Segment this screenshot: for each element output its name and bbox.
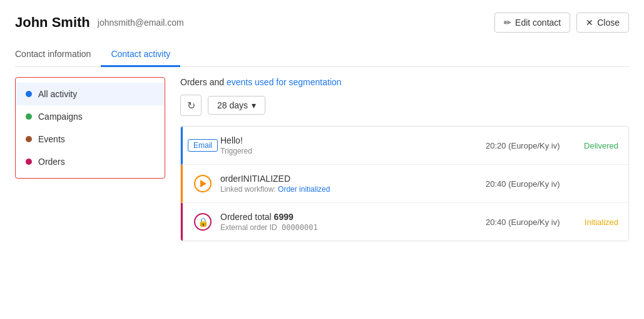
dot-brown: [26, 136, 32, 142]
activity-subtitle: Triggered: [220, 147, 478, 155]
lock-icon-wrapper: 🔒: [193, 212, 213, 232]
segmentation-link[interactable]: events used for segmentation: [227, 77, 342, 87]
email-tag: Email: [188, 139, 218, 152]
edit-contact-button[interactable]: ✏ Edit contact: [494, 13, 570, 33]
activity-status: Delivered: [568, 141, 618, 150]
close-button[interactable]: ✕ Close: [576, 13, 629, 33]
activity-title: Ordered total 6999: [220, 212, 478, 222]
page-wrapper: John Smith johnsmith@email.com ✏ Edit co…: [0, 0, 644, 319]
sidebar-item-orders[interactable]: Orders: [16, 150, 165, 173]
right-content: Orders and events used for segmentation …: [180, 77, 629, 241]
tab-contact-activity[interactable]: Contact activity: [101, 43, 180, 67]
header: John Smith johnsmith@email.com ✏ Edit co…: [15, 13, 629, 33]
play-icon-wrapper: [193, 174, 213, 194]
activity-time: 20:40 (Europe/Ky iv): [486, 217, 561, 227]
main-content: All activity Campaigns Events Orders Ord…: [15, 67, 629, 241]
contact-name: John Smith: [15, 14, 90, 31]
activity-sidebar: All activity Campaigns Events Orders: [15, 77, 165, 179]
activity-time: 20:40 (Europe/Ky iv): [486, 179, 561, 189]
refresh-icon: ↻: [187, 100, 195, 112]
contact-email: johnsmith@email.com: [98, 18, 184, 28]
refresh-button[interactable]: ↻: [180, 95, 202, 116]
header-actions: ✏ Edit contact ✕ Close: [494, 13, 629, 33]
play-icon: [194, 175, 212, 192]
sidebar-item-events[interactable]: Events: [16, 128, 165, 150]
activity-status: Initialized: [568, 217, 618, 227]
dot-blue: [26, 91, 32, 97]
days-filter-button[interactable]: 28 days ▾: [208, 96, 265, 115]
table-row: Email Hello! Triggered 20:20 (Europe/Ky …: [181, 127, 628, 165]
tabs: Contact information Contact activity: [15, 43, 629, 67]
tab-contact-information[interactable]: Contact information: [15, 43, 101, 67]
play-triangle: [200, 180, 207, 187]
lock-icon: 🔒: [194, 213, 212, 231]
table-row: orderINITIALIZED Linked workflow: Order …: [181, 165, 628, 203]
activity-list: Email Hello! Triggered 20:20 (Europe/Ky …: [180, 126, 629, 241]
dot-green: [26, 113, 32, 120]
activity-subtitle: Linked workflow: Order initialized: [220, 185, 478, 194]
table-row: 🔒 Ordered total 6999 External order ID 0…: [181, 203, 628, 241]
activity-title: orderINITIALIZED: [220, 174, 478, 184]
activity-details: Hello! Triggered: [220, 135, 478, 155]
email-tag-wrapper: Email: [193, 135, 213, 155]
filter-info: Orders and events used for segmentation: [180, 77, 629, 87]
activity-details: orderINITIALIZED Linked workflow: Order …: [220, 174, 478, 194]
dot-pink: [26, 159, 32, 165]
activity-subtitle: External order ID 00000001: [220, 223, 478, 232]
sidebar-item-all-activity[interactable]: All activity: [16, 83, 165, 105]
sidebar-item-campaigns[interactable]: Campaigns: [16, 105, 165, 128]
activity-time: 20:20 (Europe/Ky iv): [486, 141, 561, 150]
edit-icon: ✏: [504, 18, 511, 28]
chevron-down-icon: ▾: [252, 100, 256, 110]
workflow-link[interactable]: Order initialized: [278, 185, 330, 194]
filter-bar: ↻ 28 days ▾: [180, 95, 629, 116]
activity-title: Hello!: [220, 135, 478, 145]
header-left: John Smith johnsmith@email.com: [15, 14, 184, 31]
close-icon: ✕: [586, 18, 593, 28]
activity-details: Ordered total 6999 External order ID 000…: [220, 212, 478, 232]
